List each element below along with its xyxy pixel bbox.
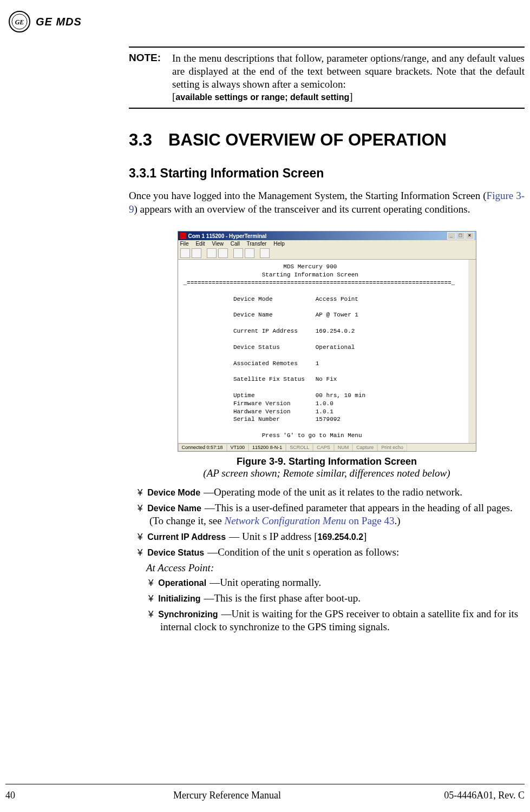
app-icon xyxy=(180,233,186,239)
note-box: NOTE: In the menu descriptions that foll… xyxy=(129,47,525,109)
menu-transfer[interactable]: Transfer xyxy=(247,241,267,247)
menu-help[interactable]: Help xyxy=(273,241,285,247)
menu-file[interactable]: File xyxy=(180,241,189,247)
sub-bullet-item: ¥ Operational—Unit operating normally. xyxy=(148,576,525,590)
footer-revision: 05-4446A01, Rev. C xyxy=(416,790,525,801)
terminal-window: Com 1 115200 - HyperTerminal _ □ × File … xyxy=(178,231,476,452)
note-settings: available settings or range; default set… xyxy=(175,93,349,102)
bullet-item: ¥ Device Name—This is a user-defined par… xyxy=(138,501,525,528)
brand-header: GE GE MDS xyxy=(5,11,525,32)
bullet-item: ¥ Device Mode—Operating mode of the unit… xyxy=(138,486,525,499)
brand-text: GE MDS xyxy=(36,16,82,28)
status-connected: Connected 0:57:18 xyxy=(178,444,227,451)
page-footer: 40 Mercury Reference Manual 05-4446A01, … xyxy=(5,784,525,801)
toolbar-button[interactable] xyxy=(260,248,270,258)
toolbar-button[interactable] xyxy=(233,248,243,258)
titlebar: Com 1 115200 - HyperTerminal _ □ × xyxy=(178,232,476,240)
toolbar-button[interactable] xyxy=(192,248,201,258)
bullet-item: ¥ Device Status—Condition of the unit s … xyxy=(138,546,525,559)
network-config-link[interactable]: Network Configuration Menu xyxy=(224,515,346,526)
subsection-heading: 3.3.1 Starting Information Screen xyxy=(129,166,525,181)
intro-paragraph: Once you have logged into the Management… xyxy=(129,189,525,216)
toolbar-button[interactable] xyxy=(207,248,217,258)
menu-view[interactable]: View xyxy=(212,241,224,247)
menu-edit[interactable]: Edit xyxy=(195,241,205,247)
svg-text:GE: GE xyxy=(15,18,24,26)
subsection-title: Starting Information Screen xyxy=(160,166,324,180)
toolbar-button[interactable] xyxy=(218,248,228,258)
minimize-icon[interactable]: _ xyxy=(447,232,456,240)
sub-bullet-item: ¥ Initializing—This is the first phase a… xyxy=(148,592,525,605)
statusbar: Connected 0:57:18 VT100 115200 8-N-1 SCR… xyxy=(178,443,476,451)
status-num: NUM xyxy=(334,444,353,451)
status-scroll: SCROLL xyxy=(286,444,313,451)
toolbar-button[interactable] xyxy=(180,248,190,258)
at-heading: At Access Point: xyxy=(146,562,525,574)
status-emulation: VT100 xyxy=(227,444,249,451)
status-caps: CAPS xyxy=(313,444,334,451)
terminal-body: MDS Mercury 900 Starting Information Scr… xyxy=(178,260,476,443)
status-capture: Capture xyxy=(352,444,377,451)
subsection-number: 3.3.1 xyxy=(129,166,156,180)
note-label: NOTE: xyxy=(129,52,172,103)
bullet-item: ¥ Current IP Address— Unit s IP address … xyxy=(138,530,525,544)
sub-bullet-item: ¥ Synchronizing—Unit is waiting for the … xyxy=(148,608,525,634)
section-title: BASIC OVERVIEW OF OPERATION xyxy=(168,130,447,150)
section-number: 3.3 xyxy=(129,130,152,150)
status-print: Print echo xyxy=(377,444,407,451)
toolbar-button[interactable] xyxy=(245,248,254,258)
status-settings: 115200 8-N-1 xyxy=(248,444,286,451)
section-heading: 3.3 BASIC OVERVIEW OF OPERATION xyxy=(129,130,525,150)
screenshot: Com 1 115200 - HyperTerminal _ □ × File … xyxy=(129,231,525,479)
sub-bullet-list: ¥ Operational—Unit operating normally. ¥… xyxy=(148,576,525,634)
window-title: Com 1 115200 - HyperTerminal xyxy=(188,233,267,239)
menubar: File Edit View Call Transfer Help xyxy=(178,240,476,247)
bullet-list: ¥ Device Mode—Operating mode of the unit… xyxy=(138,486,525,559)
toolbar xyxy=(178,247,476,260)
note-body: In the menu descriptions that follow, pa… xyxy=(172,52,525,103)
figure-subcaption: (AP screen shown; Remote similar, differ… xyxy=(129,467,525,479)
ge-logo-icon: GE xyxy=(9,11,30,32)
footer-title: Mercury Reference Manual xyxy=(38,790,416,801)
menu-call[interactable]: Call xyxy=(231,241,240,247)
maximize-icon[interactable]: □ xyxy=(456,232,465,240)
note-text: In the menu descriptions that follow, pa… xyxy=(172,52,525,90)
figure-caption: Figure 3-9. Starting Information Screen xyxy=(129,456,525,467)
page-number: 40 xyxy=(5,790,38,801)
close-icon[interactable]: × xyxy=(466,232,474,240)
